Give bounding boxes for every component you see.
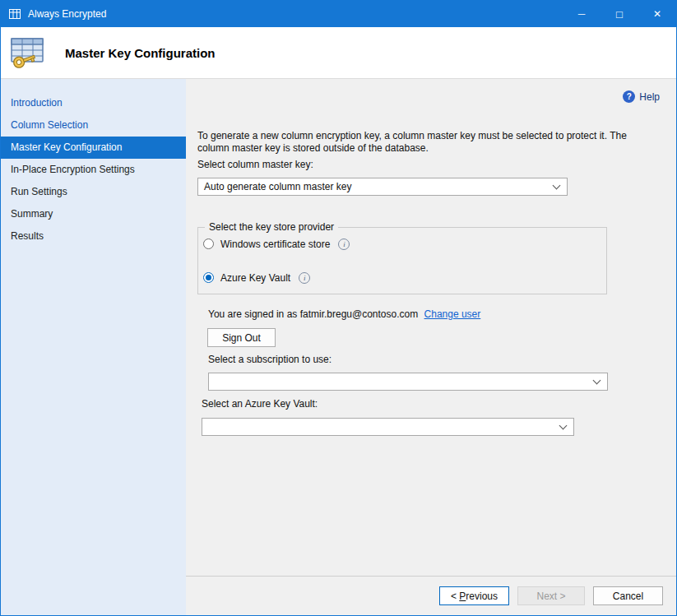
previous-button[interactable]: < Previous xyxy=(439,586,509,605)
minimize-icon[interactable]: ─ xyxy=(563,1,600,27)
window-controls: ─ □ ✕ xyxy=(563,1,676,27)
intro-text: To generate a new column encryption key,… xyxy=(197,130,648,155)
sidebar-item-in-place-encryption-settings: In-Place Encryption Settings xyxy=(1,159,186,181)
signed-in-text: You are signed in as fatmir.bregu@contos… xyxy=(208,308,418,320)
sidebar-item-column-selection[interactable]: Column Selection xyxy=(1,114,186,137)
subscription-dropdown[interactable] xyxy=(208,373,608,391)
sidebar-item-master-key-configuration[interactable]: Master Key Configuration xyxy=(1,137,186,159)
master-key-label: Select column master key: xyxy=(197,159,676,170)
master-key-dropdown[interactable]: Auto generate column master key xyxy=(197,178,568,196)
app-icon xyxy=(8,7,21,21)
help-link[interactable]: ? Help xyxy=(623,90,660,103)
sidebar-item-summary: Summary xyxy=(1,203,186,225)
sign-out-button[interactable]: Sign Out xyxy=(207,328,276,347)
master-key-configuration-page: ? Help To generate a new column encrypti… xyxy=(186,79,676,576)
radio-unselected-icon[interactable] xyxy=(203,239,214,249)
radio-selected-icon[interactable] xyxy=(203,272,214,283)
window-title: Always Encrypted xyxy=(28,8,106,20)
sidebar-item-run-settings: Run Settings xyxy=(1,181,186,203)
change-user-link[interactable]: Change user xyxy=(424,308,481,320)
subscription-label: Select a subscription to use: xyxy=(208,354,676,365)
radio-azure-key-vault-label: Azure Key Vault xyxy=(220,272,290,284)
radio-windows-cert-label: Windows certificate store xyxy=(220,239,330,250)
titlebar[interactable]: Always Encrypted ─ □ ✕ xyxy=(1,1,676,27)
next-button: Next > xyxy=(517,586,585,605)
info-icon[interactable]: i xyxy=(299,272,310,284)
chevron-down-icon xyxy=(593,377,601,385)
chevron-down-icon xyxy=(553,182,561,190)
wizard-footer: < Previous Next > Cancel xyxy=(186,576,676,615)
close-icon[interactable]: ✕ xyxy=(638,1,676,27)
wizard-steps-sidebar: Introduction Column Selection Master Key… xyxy=(1,79,186,615)
table-key-icon xyxy=(9,34,49,72)
help-label: Help xyxy=(639,91,660,103)
master-key-selected-value: Auto generate column master key xyxy=(204,181,351,192)
signed-in-row: You are signed in as fatmir.bregu@contos… xyxy=(208,308,676,320)
wizard-header: Master Key Configuration xyxy=(1,27,676,79)
sidebar-item-results: Results xyxy=(1,225,186,248)
info-icon[interactable]: i xyxy=(338,239,350,250)
always-encrypted-window: Always Encrypted ─ □ ✕ xyxy=(0,0,677,616)
cancel-button[interactable]: Cancel xyxy=(593,586,663,605)
chevron-down-icon xyxy=(559,422,568,430)
keystore-group-title: Select the key store provider xyxy=(205,221,338,233)
vault-dropdown[interactable] xyxy=(202,418,574,436)
maximize-icon[interactable]: □ xyxy=(600,1,638,27)
page-title: Master Key Configuration xyxy=(65,46,216,60)
vault-label: Select an Azure Key Vault: xyxy=(202,398,676,410)
help-icon: ? xyxy=(623,90,635,103)
sidebar-item-introduction[interactable]: Introduction xyxy=(1,92,186,114)
keystore-provider-groupbox: Select the key store provider Windows ce… xyxy=(197,227,607,294)
radio-windows-certificate-store[interactable]: Windows certificate store i xyxy=(203,238,606,250)
radio-azure-key-vault[interactable]: Azure Key Vault i xyxy=(203,271,606,284)
